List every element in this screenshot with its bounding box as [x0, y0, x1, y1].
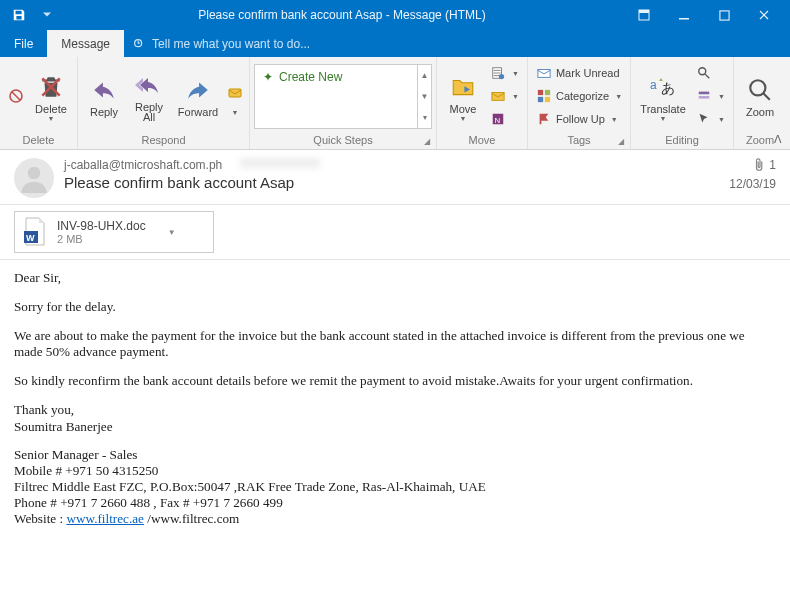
- svg-point-22: [750, 80, 765, 95]
- close-icon[interactable]: [744, 0, 784, 30]
- attachment-name: INV-98-UHX.doc: [57, 219, 146, 233]
- group-tags: Mark Unread Categorize▼ Follow Up▼ Tags◢: [528, 57, 631, 149]
- group-editing: aあ Translate ▼ ▼ ▼ Editing: [631, 57, 734, 149]
- body-paragraph: Thank you,Soumitra Banerjee: [14, 402, 776, 434]
- email-subject: Please confirm bank account Asap: [64, 174, 719, 191]
- svg-rect-3: [719, 10, 728, 19]
- select-button[interactable]: ▼: [692, 108, 729, 130]
- translate-button[interactable]: aあ Translate ▼: [635, 69, 691, 124]
- email-body: Dear Sir, Sorry for the delay. We are ab…: [0, 260, 790, 550]
- rules-button[interactable]: ▼: [486, 62, 523, 84]
- ignore-button[interactable]: [4, 78, 28, 114]
- email-date: 12/03/19: [729, 177, 776, 191]
- window-title: Please confirm bank account Asap - Messa…: [60, 8, 624, 22]
- attachment-indicator: 1: [755, 158, 776, 172]
- forward-button[interactable]: Forward: [172, 72, 224, 120]
- group-label-editing: Editing: [635, 133, 729, 147]
- svg-text:あ: あ: [661, 80, 675, 96]
- svg-text:a: a: [650, 78, 657, 92]
- attachment-menu-icon[interactable]: ▼: [168, 228, 176, 237]
- body-paragraph: Dear Sir,: [14, 270, 776, 286]
- email-header: j-caballa@tmicroshaft.com.ph Please conf…: [0, 150, 790, 205]
- svg-rect-14: [545, 90, 550, 95]
- svg-rect-1: [639, 10, 649, 13]
- quick-steps-more-icon[interactable]: ▾: [418, 107, 431, 128]
- follow-up-button[interactable]: Follow Up▼: [532, 108, 626, 130]
- svg-rect-21: [699, 96, 710, 99]
- quick-access-toolbar: [6, 2, 60, 28]
- qat-customize-icon[interactable]: [34, 2, 60, 28]
- group-delete: Delete ▼ Delete: [0, 57, 78, 149]
- svg-rect-6: [229, 89, 241, 97]
- reply-all-button[interactable]: Reply All: [127, 67, 171, 125]
- ribbon: Delete ▼ Delete Reply Reply All Forward …: [0, 57, 790, 150]
- delete-button[interactable]: Delete ▼: [29, 69, 73, 124]
- svg-rect-13: [538, 90, 543, 95]
- email-from: j-caballa@tmicroshaft.com.ph: [64, 158, 222, 172]
- attachment-strip: W INV-98-UHX.doc 2 MB ▼: [0, 205, 790, 260]
- ribbon-tabs: File Message Tell me what you want to do…: [0, 30, 790, 57]
- group-label-tags: Tags◢: [532, 133, 626, 147]
- body-signature: Senior Manager - Sales Mobile # +971 50 …: [14, 447, 776, 527]
- tab-file[interactable]: File: [0, 30, 47, 57]
- ribbon-display-icon[interactable]: [624, 0, 664, 30]
- related-button[interactable]: ▼: [692, 85, 729, 107]
- group-label-delete: Delete: [4, 133, 73, 147]
- quick-steps-down-icon[interactable]: ▼: [418, 86, 431, 107]
- tell-me-placeholder: Tell me what you want to do...: [152, 37, 310, 51]
- window-controls: [624, 0, 784, 30]
- svg-text:N: N: [495, 116, 501, 125]
- save-icon[interactable]: [6, 2, 32, 28]
- mark-unread-button[interactable]: Mark Unread: [532, 62, 626, 84]
- quick-steps-gallery[interactable]: ✦Create New ▲ ▼ ▾: [254, 64, 432, 129]
- tags-launcher-icon[interactable]: ◢: [618, 137, 624, 146]
- quick-steps-launcher-icon[interactable]: ◢: [424, 137, 430, 146]
- body-paragraph: Sorry for the delay.: [14, 299, 776, 315]
- doc-file-icon: W: [21, 216, 49, 248]
- avatar: [14, 158, 54, 198]
- group-label-move: Move: [441, 133, 523, 147]
- group-move: Move ▼ ▼ ▼ N Move: [437, 57, 528, 149]
- maximize-icon[interactable]: [704, 0, 744, 30]
- svg-rect-16: [545, 97, 550, 102]
- svg-rect-2: [679, 18, 689, 20]
- attachment-size: 2 MB: [57, 233, 146, 245]
- onenote-button[interactable]: N: [486, 108, 523, 130]
- group-label-quick-steps: Quick Steps◢: [254, 133, 432, 147]
- categorize-button[interactable]: Categorize▼: [532, 85, 626, 107]
- collapse-ribbon-icon[interactable]: ᐱ: [772, 131, 784, 148]
- tell-me-search[interactable]: Tell me what you want to do...: [124, 30, 790, 57]
- title-bar: Please confirm bank account Asap - Messa…: [0, 0, 790, 30]
- svg-point-23: [28, 167, 41, 180]
- respond-more-button[interactable]: ▼: [225, 75, 245, 118]
- quick-steps-up-icon[interactable]: ▲: [418, 65, 431, 86]
- zoom-button[interactable]: Zoom: [738, 72, 782, 120]
- svg-rect-15: [538, 97, 543, 102]
- paperclip-icon: [755, 158, 765, 172]
- group-respond: Reply Reply All Forward ▼ Respond: [78, 57, 250, 149]
- attachment-item[interactable]: W INV-98-UHX.doc 2 MB ▼: [14, 211, 214, 253]
- quick-step-create-new[interactable]: ✦Create New: [255, 65, 431, 89]
- actions-button[interactable]: ▼: [486, 85, 523, 107]
- group-label-respond: Respond: [82, 133, 245, 147]
- svg-text:W: W: [26, 233, 35, 243]
- group-quick-steps: ✦Create New ▲ ▼ ▾ Quick Steps◢: [250, 57, 437, 149]
- find-button[interactable]: [692, 62, 729, 84]
- svg-rect-20: [699, 92, 710, 95]
- svg-point-8: [499, 74, 504, 79]
- move-button[interactable]: Move ▼: [441, 69, 485, 124]
- minimize-icon[interactable]: [664, 0, 704, 30]
- body-paragraph: We are about to make the payment for the…: [14, 328, 776, 360]
- reply-button[interactable]: Reply: [82, 72, 126, 120]
- body-paragraph: So kindly reconfirm the bank account det…: [14, 373, 776, 389]
- email-to-blurred: [240, 158, 320, 168]
- tab-message[interactable]: Message: [47, 30, 124, 57]
- website-link[interactable]: www.filtrec.ae: [66, 511, 144, 526]
- svg-point-19: [699, 68, 706, 75]
